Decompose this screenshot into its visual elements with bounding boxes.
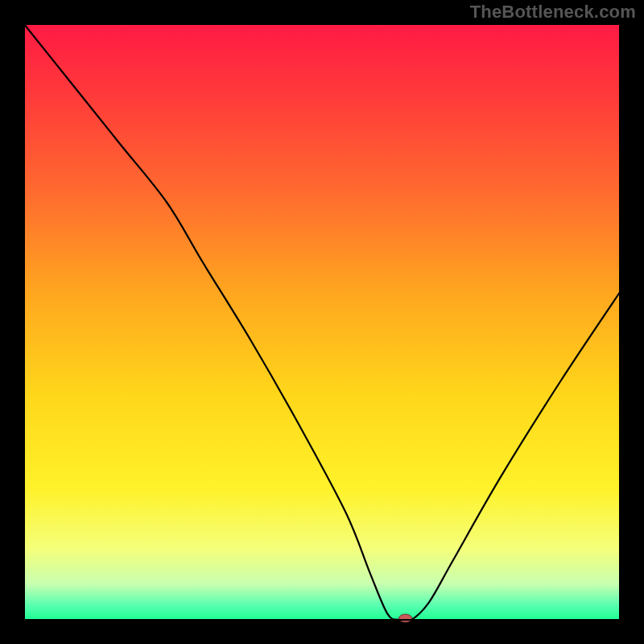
chart-frame: TheBottleneck.com (0, 0, 644, 644)
optimal-marker[interactable] (399, 614, 412, 622)
bottleneck-chart (0, 0, 644, 644)
plot-background (24, 24, 620, 620)
